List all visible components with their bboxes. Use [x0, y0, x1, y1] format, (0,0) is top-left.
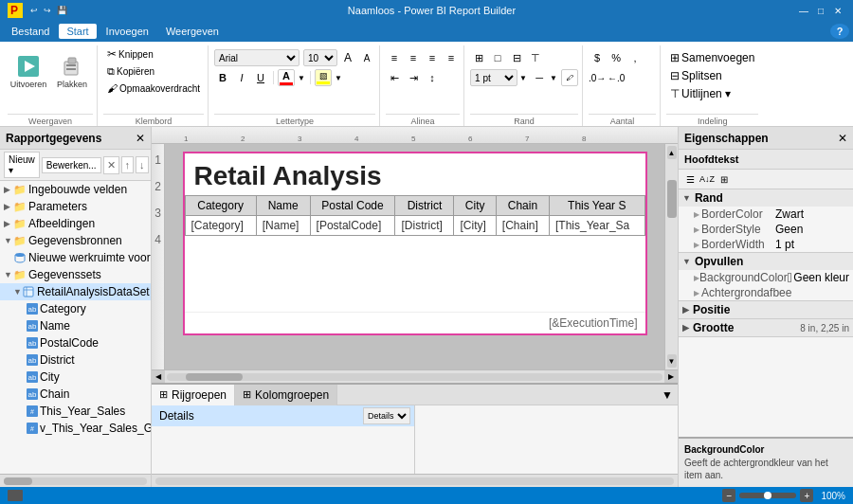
kopieren-button[interactable]: ⧉ Kopiëren [103, 63, 204, 80]
close-button[interactable]: ✕ [830, 3, 845, 18]
align-left-button[interactable]: ≡ [386, 49, 403, 66]
horizontal-scrollbar[interactable]: ◀ ▶ [152, 369, 678, 383]
minimize-button[interactable]: — [796, 3, 811, 18]
font-name-select[interactable]: Arial [214, 49, 299, 66]
decimal-decrease-button[interactable]: ←.0 [608, 69, 625, 86]
menu-start[interactable]: Start [59, 24, 96, 39]
props-opvullen-header[interactable]: ▼ Opvullen [679, 253, 853, 270]
zoom-slider[interactable] [739, 493, 796, 498]
tree-district[interactable]: ab District [0, 351, 151, 369]
tree-gegevenssets[interactable]: ▼ 📁 Gegevenssets [0, 266, 151, 283]
rijgroepen-tab[interactable]: ⊞ Rijgroepen [152, 385, 235, 405]
new-button[interactable]: Nieuw ▾ [4, 152, 40, 178]
canvas-scroll-area[interactable]: Retail Analysis Category Name Postal Cod… [165, 144, 664, 369]
font-color-dropdown[interactable]: ▼ [297, 69, 306, 86]
border-inside-button[interactable]: ⊟ [508, 49, 525, 66]
vscroll-down[interactable]: ▼ [667, 354, 677, 368]
font-color-button[interactable]: A [278, 69, 295, 86]
kolomgroepen-tab[interactable]: ⊞ Kolomgroepen [235, 385, 337, 405]
hscroll-right[interactable]: ▶ [664, 370, 678, 384]
edit-button[interactable]: Bewerken... [42, 157, 101, 173]
italic-button[interactable]: I [233, 69, 250, 86]
tree-postalcode[interactable]: ab PostalCode [0, 334, 151, 351]
border-style-dropdown[interactable]: ▼ [550, 69, 559, 86]
percent-button[interactable]: % [608, 49, 625, 66]
samenvoegen-button[interactable]: ⊞ Samenvoegen [666, 49, 758, 66]
border-style-button[interactable]: ─ [531, 69, 548, 86]
uitvoeren-button[interactable]: Uitvoeren [8, 45, 49, 99]
zoom-plus-button[interactable]: + [800, 489, 813, 502]
tree-gegevensbronnen[interactable]: ▼ 📁 Gegevensbronnen [0, 232, 151, 249]
bg-color-dropdown[interactable]: ▼ [334, 69, 343, 86]
tree-afbeeldingen[interactable]: ▶ 📁 Afbeeldingen [0, 215, 151, 232]
menu-invoegen[interactable]: Invoegen [99, 24, 156, 39]
tree-name[interactable]: ab Name [0, 317, 151, 334]
shrink-font-button[interactable]: A [358, 49, 375, 66]
tree-chain[interactable]: ab Chain [0, 386, 151, 403]
border-outside-button[interactable]: □ [489, 49, 506, 66]
knippen-button[interactable]: ✂ Knippen [103, 45, 204, 63]
indent-decrease-button[interactable]: ⇤ [386, 69, 403, 86]
hscroll-left[interactable]: ◀ [152, 370, 165, 384]
props-rand-header[interactable]: ▼ Rand [679, 189, 853, 207]
border-size-dropdown[interactable]: ▼ [519, 69, 529, 86]
tree-parameters[interactable]: ▶ 📁 Parameters [0, 198, 151, 215]
props-icon-az[interactable]: A↓Z [699, 171, 715, 187]
currency-button[interactable]: $ [589, 49, 606, 66]
tree-nieuwe-werkruimte[interactable]: Nieuwe werkruimte voor ret [0, 249, 151, 266]
vscroll-thumb[interactable] [667, 180, 677, 218]
tree-city[interactable]: ab City [0, 369, 151, 386]
font-size-select[interactable]: 10 [303, 49, 337, 66]
help-button[interactable]: ? [830, 24, 849, 39]
details-dropdown[interactable]: Details [363, 407, 410, 424]
menu-bestand[interactable]: Bestand [4, 24, 57, 39]
tree-thisyearsales[interactable]: # This_Year_Sales [0, 403, 151, 420]
hscroll-thumb[interactable] [186, 373, 243, 381]
bold-button[interactable]: B [214, 69, 231, 86]
h-scrollbar-thumb[interactable] [4, 477, 32, 485]
uitlijnen-button[interactable]: ⊤ Uitlijnen ▾ [666, 85, 735, 102]
props-icon-category[interactable]: ⊞ [717, 171, 732, 187]
tree-category[interactable]: ab Category [0, 300, 151, 317]
comma-button[interactable]: , [626, 49, 644, 66]
border-size-select[interactable]: 1 pt [470, 69, 517, 86]
zoom-minus-button[interactable]: − [722, 489, 735, 502]
bg-color-button[interactable]: ▧ [315, 69, 332, 86]
down-button[interactable]: ↓ [136, 156, 149, 173]
grow-font-button[interactable]: A [339, 49, 356, 66]
vertical-scrollbar[interactable]: ▲ ▼ [664, 144, 678, 369]
tree-vthisyearsales[interactable]: # v_This_Year_Sales_Goal [0, 420, 151, 437]
border-top-button[interactable]: ⊤ [527, 49, 544, 66]
tree-ingebouwde-velden[interactable]: ▶ 📁 Ingebouwde velden [0, 181, 151, 198]
border-color-button[interactable]: 🖊 [561, 69, 578, 86]
right-panel-close[interactable]: ✕ [838, 132, 847, 145]
title-undo[interactable]: ↩ [30, 6, 38, 15]
decimal-increase-button[interactable]: .0→ [589, 69, 606, 86]
splitsen-button[interactable]: ⊟ Splitsen [666, 67, 726, 84]
indent-increase-button[interactable]: ⇥ [405, 69, 422, 86]
left-panel-close[interactable]: ✕ [136, 132, 145, 145]
plakken-button[interactable]: Plakken [51, 45, 93, 99]
title-redo[interactable]: ↪ [44, 6, 51, 15]
details-group-item[interactable]: Details Details [152, 405, 414, 426]
tree-retailanalysis[interactable]: ▼ RetailAnalysisDataSet [0, 283, 151, 300]
groups-close[interactable]: ▼ [661, 388, 674, 402]
vscroll-up[interactable]: ▲ [667, 146, 677, 159]
menu-weergeven[interactable]: Weergeven [158, 24, 227, 39]
left-panel-scrollbar[interactable] [0, 474, 151, 487]
up-button[interactable]: ↑ [121, 156, 135, 173]
props-icon-list[interactable]: ☰ [682, 171, 698, 187]
align-right-button[interactable]: ≡ [424, 49, 441, 66]
props-grootte-header[interactable]: ▶ Grootte 8 in, 2,25 in [679, 319, 853, 336]
align-center-button[interactable]: ≡ [405, 49, 422, 66]
line-spacing-button[interactable]: ↕ [424, 69, 441, 86]
justify-button[interactable]: ≡ [443, 49, 460, 66]
props-positie-header[interactable]: ▶ Positie [679, 301, 853, 318]
underline-button[interactable]: U [252, 69, 269, 86]
delete-button[interactable]: ✕ [103, 156, 119, 174]
groups-scrollbar[interactable] [152, 474, 678, 487]
maximize-button[interactable]: □ [813, 3, 828, 18]
border-all-button[interactable]: ⊞ [470, 49, 487, 66]
title-save[interactable]: 💾 [57, 6, 67, 15]
opmaakoverdracht-button[interactable]: 🖌 Opmaakoverdracht [103, 81, 204, 96]
